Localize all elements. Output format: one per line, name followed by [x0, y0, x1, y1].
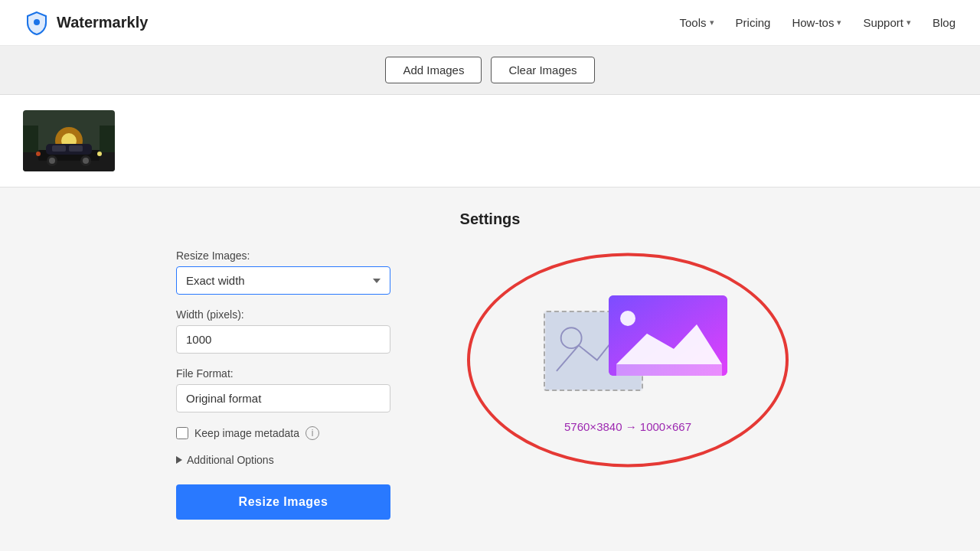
- triangle-icon: [176, 456, 182, 464]
- main-nav: Tools ▾ Pricing How-tos ▾ Support ▾ Blog: [680, 16, 956, 29]
- chevron-down-icon: ▾: [710, 18, 714, 28]
- logo-text: Watermarkly: [57, 14, 148, 31]
- nav-pricing[interactable]: Pricing: [736, 16, 771, 29]
- svg-point-0: [34, 19, 40, 25]
- svg-rect-6: [100, 126, 115, 152]
- logo-area: Watermarkly: [24, 11, 148, 35]
- resize-images-group: Resize Images: Exact width Exact height …: [176, 249, 406, 295]
- shield-icon: [24, 11, 49, 35]
- svg-rect-5: [23, 126, 38, 152]
- settings-layout: Resize Images: Exact width Exact height …: [145, 249, 835, 520]
- settings-title: Settings: [460, 210, 521, 228]
- additional-options-label: Additional Options: [187, 454, 274, 466]
- nav-howtos[interactable]: How-tos ▾: [792, 16, 841, 29]
- svg-rect-10: [69, 145, 83, 152]
- svg-point-15: [97, 152, 102, 156]
- keep-metadata-label: Keep image metadata: [194, 427, 299, 439]
- settings-area: Settings Resize Images: Exact width Exac…: [0, 187, 980, 550]
- file-format-label: File Format:: [176, 367, 406, 380]
- file-format-group: File Format:: [176, 367, 406, 412]
- svg-point-20: [620, 311, 635, 326]
- svg-point-16: [36, 152, 41, 156]
- width-input[interactable]: [176, 325, 390, 354]
- settings-form: Resize Images: Exact width Exact height …: [176, 249, 406, 520]
- width-group: Width (pixels):: [176, 308, 406, 354]
- add-images-button[interactable]: Add Images: [385, 57, 482, 83]
- resized-image-box: [609, 295, 727, 376]
- width-label: Width (pixels):: [176, 308, 406, 321]
- header: Watermarkly Tools ▾ Pricing How-tos ▾ Su…: [0, 0, 980, 46]
- file-format-input[interactable]: [176, 384, 390, 412]
- nav-support[interactable]: Support ▾: [863, 16, 911, 29]
- svg-point-14: [83, 158, 89, 164]
- nav-tools[interactable]: Tools ▾: [680, 16, 714, 29]
- svg-rect-9: [52, 145, 66, 152]
- chevron-down-icon: ▾: [837, 18, 841, 28]
- resize-illustration: 5760×3840 → 1000×667: [528, 288, 727, 441]
- keep-metadata-checkbox[interactable]: [176, 427, 188, 439]
- gallery-area: [0, 95, 980, 187]
- image-thumbnail[interactable]: [23, 110, 115, 171]
- chevron-down-icon: ▾: [906, 18, 911, 28]
- additional-options-toggle[interactable]: Additional Options: [176, 454, 406, 466]
- preview-area: 5760×3840 → 1000×667: [452, 249, 804, 479]
- resize-images-select[interactable]: Exact width Exact height Percentage Max …: [176, 266, 390, 295]
- info-icon[interactable]: i: [305, 426, 319, 440]
- resize-images-label: Resize Images:: [176, 249, 406, 262]
- metadata-row: Keep image metadata i: [176, 426, 406, 440]
- nav-blog[interactable]: Blog: [933, 16, 956, 29]
- toolbar: Add Images Clear Images: [0, 46, 980, 95]
- clear-images-button[interactable]: Clear Images: [491, 57, 594, 83]
- resize-dimensions-label: 5760×3840 → 1000×667: [564, 420, 691, 433]
- svg-point-12: [49, 158, 55, 164]
- resize-images-button[interactable]: Resize Images: [176, 484, 390, 520]
